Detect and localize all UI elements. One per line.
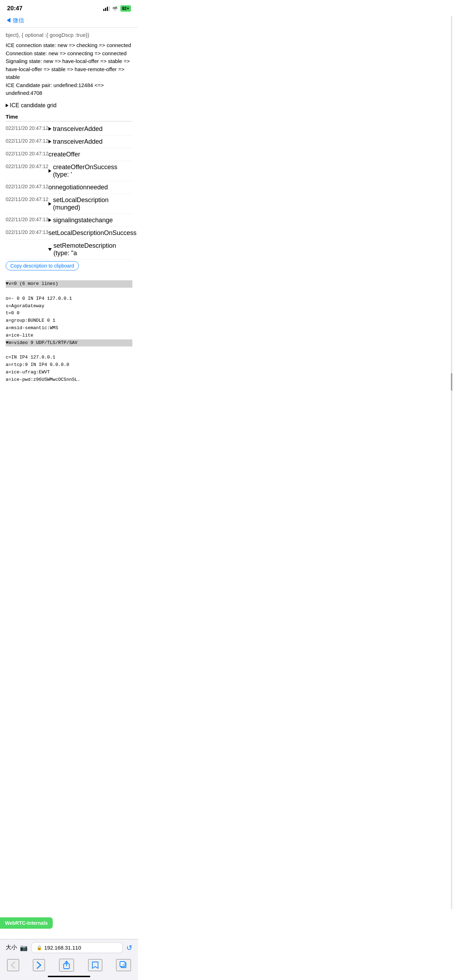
event-name[interactable]: createOffer xyxy=(48,151,132,158)
code-line: ▼v=0 (6 more lines) xyxy=(6,280,132,288)
event-time: 022/11/20 20:47:12 xyxy=(6,138,48,144)
event-time: 022/11/20 20:47:13 xyxy=(6,229,48,235)
event-name[interactable]: setRemoteDescription (type: "a xyxy=(48,242,132,257)
signaling-state-line: Signaling state: new => have-local-offer… xyxy=(6,57,132,81)
ice-grid: Time 022/11/20 20:47:12 transceiverAdded… xyxy=(6,112,132,391)
code-line: c=IN IP4 127.0.0.1 xyxy=(6,355,55,360)
event-name[interactable]: transceiverAdded xyxy=(48,125,132,133)
event-name[interactable]: transceiverAdded xyxy=(48,138,132,145)
detail-block: Copy description to clipboard ▼v=0 (6 mo… xyxy=(6,261,132,391)
event-time: 022/11/20 20:47:13 xyxy=(6,216,48,222)
arrow-icon xyxy=(48,169,51,173)
table-row: 022/11/20 20:47:12 onnegotiationneeded xyxy=(6,181,132,194)
truncated-line: bject}, { optional :{ googDscp :true}} xyxy=(6,32,132,38)
code-line: a=rtcp:9 IN IP4 0.0.0.0 xyxy=(6,362,69,368)
copy-description-button[interactable]: Copy description to clipboard xyxy=(6,261,79,270)
wifi-icon xyxy=(112,6,118,11)
event-table: 022/11/20 20:47:12 transceiverAdded 022/… xyxy=(6,123,132,391)
signal-icon xyxy=(103,6,110,11)
arrow-icon xyxy=(48,127,51,130)
nav-bar: ◀ 微信 xyxy=(0,16,138,28)
status-icons: 82+ xyxy=(103,5,131,12)
svg-rect-0 xyxy=(103,9,104,11)
battery-badge: 82+ xyxy=(120,5,131,12)
ice-section-toggle[interactable]: ICE candidate grid xyxy=(6,102,132,109)
code-line: a=msid-semantic:WMS xyxy=(6,325,58,331)
toggle-arrow-icon xyxy=(6,104,8,107)
back-button[interactable]: ◀ 微信 xyxy=(6,17,24,24)
table-row: 022/11/20 20:47:12 transceiverAdded xyxy=(6,135,132,148)
event-name[interactable]: signalingstatechange xyxy=(48,216,132,224)
status-bar: 20:47 82+ xyxy=(0,0,138,16)
arrow-icon xyxy=(48,218,51,222)
code-line: a=ice-lite xyxy=(6,332,33,338)
code-block: ▼v=0 (6 more lines) o=- 0 0 IN IP4 127.0… xyxy=(6,273,132,391)
event-name[interactable]: setLocalDescription (munged) xyxy=(48,196,132,211)
event-name[interactable]: onnegotiationneeded xyxy=(48,184,132,191)
info-block: ICE connection state: new => checking =>… xyxy=(6,41,132,97)
svg-rect-3 xyxy=(109,6,110,11)
arrow-icon xyxy=(48,202,51,206)
table-row: 022/11/20 20:47:12 setLocalDescription (… xyxy=(6,194,132,214)
content-area: bject}, { optional :{ googDscp :true}} I… xyxy=(0,28,138,444)
event-time: 022/11/20 20:47:12 xyxy=(6,125,48,131)
ice-grid-time-header: Time xyxy=(6,114,18,119)
code-line: ▼m=video 9 UDP/TLS/RTP/SAV xyxy=(6,339,132,347)
event-name[interactable]: setLocalDescriptionOnSuccess xyxy=(48,229,137,237)
code-line: o=- 0 0 IN IP4 127.0.0.1 xyxy=(6,296,72,301)
event-time: 022/11/20 20:47:12 xyxy=(6,184,48,189)
event-name[interactable]: createOfferOnSuccess (type: ' xyxy=(48,164,132,178)
ice-section-label: ICE candidate grid xyxy=(10,102,57,109)
ice-candidate-pair-line: ICE Candidate pair: undefined:12484 <=> … xyxy=(6,81,132,97)
status-time: 20:47 xyxy=(7,5,22,12)
table-row: 022/11/20 20:47:13 signalingstatechange xyxy=(6,214,132,227)
svg-rect-2 xyxy=(107,7,108,11)
table-row: 022/11/20 20:47:13 setLocalDescriptionOn… xyxy=(6,227,132,240)
connection-state-line: Connection state: new => connecting => c… xyxy=(6,49,132,58)
event-time: 022/11/20 20:47:12 xyxy=(6,196,48,202)
event-time: 022/11/20 20:47:12 xyxy=(6,151,48,156)
code-line: a=group:BUNDLE 0 1 xyxy=(6,318,55,323)
table-row: 022/11/20 20:47:12 transceiverAdded xyxy=(6,123,132,135)
ice-grid-header: Time xyxy=(6,112,132,121)
ice-state-line: ICE connection state: new => checking =>… xyxy=(6,41,132,49)
table-row: 022/11/20 20:47:12 createOfferOnSuccess … xyxy=(6,161,132,181)
table-row: setRemoteDescription (type: "a xyxy=(6,240,132,260)
code-line: s=AgoraGateway xyxy=(6,303,44,309)
code-line: a=ice-ufrag:EWVT xyxy=(6,369,50,375)
table-row: 022/11/20 20:47:12 createOffer xyxy=(6,148,132,161)
svg-rect-1 xyxy=(105,8,106,11)
event-time: 022/11/20 20:47:12 xyxy=(6,164,48,169)
code-line: t=0 0 xyxy=(6,310,19,316)
arrow-icon xyxy=(48,140,51,143)
code-line: a=ice-pwd:z96USWMwcOCSnnSL. xyxy=(6,377,80,382)
arrow-down-icon xyxy=(48,248,52,251)
svg-point-4 xyxy=(115,6,117,8)
